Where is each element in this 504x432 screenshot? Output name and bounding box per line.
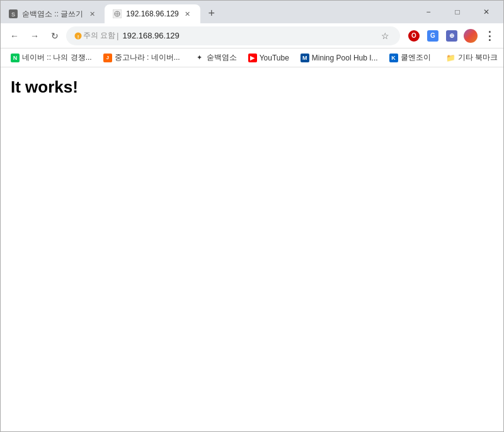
star-button[interactable]: ☆ xyxy=(378,29,392,43)
bookmark-folder-icon: 📁 xyxy=(446,54,455,62)
bookmark-folder-other[interactable]: 📁 기타 북마크 xyxy=(441,50,503,65)
bookmark-label-naver: 네이버 :: 나의 경쟁... xyxy=(22,52,92,63)
bookmark-favicon-mining: M xyxy=(301,54,309,62)
bookmark-youtube[interactable]: ▶ YouTube xyxy=(243,50,294,65)
restore-button[interactable]: □ xyxy=(443,1,472,23)
bookmark-label-mining: Mining Pool Hub I... xyxy=(312,54,378,62)
minimize-button[interactable]: − xyxy=(414,1,443,23)
tab-ip[interactable]: 192.168.96.129 ✕ xyxy=(105,4,200,23)
tab-favicon-ip xyxy=(112,9,122,19)
bookmark-naver[interactable]: N 네이버 :: 나의 경쟁... xyxy=(6,50,97,65)
title-bar: S 숟백염소 :: 글쓰기 ✕ 192.168.96.129 ✕ xyxy=(1,1,503,23)
bookmark-label-sobaeksan: 숟백염소 xyxy=(207,52,237,63)
extension-g-icon[interactable]: G xyxy=(424,27,442,45)
tab-sobaeksan[interactable]: S 숟백염소 :: 글쓰기 ✕ xyxy=(1,4,105,23)
bookmark-mining[interactable]: M Mining Pool Hub I... xyxy=(295,50,383,65)
address-bar[interactable]: ! 주의 요함 | 192.168.96.129 ☆ xyxy=(66,26,400,45)
reload-button[interactable]: ↻ xyxy=(46,27,64,45)
opera-icon[interactable]: O xyxy=(405,27,423,45)
bookmark-coolenjoi[interactable]: K 쿨엔조이 xyxy=(384,50,436,65)
back-button[interactable]: ← xyxy=(6,27,23,45)
profile-avatar[interactable] xyxy=(462,27,479,45)
bookmark-label-joonggonara: 중고나라 : 네이버... xyxy=(115,52,180,63)
browser-window: S 숟백염소 :: 글쓰기 ✕ 192.168.96.129 ✕ xyxy=(0,0,504,432)
nav-right-icons: O G ⊕ ⋮ xyxy=(405,27,498,45)
tabs-area: S 숟백염소 :: 글쓰기 ✕ 192.168.96.129 ✕ xyxy=(1,1,414,23)
page-content: It works! xyxy=(1,67,503,431)
nav-bar: ← → ↻ ! 주의 요함 | 192.168.96.129 ☆ xyxy=(1,23,503,48)
bookmark-favicon-youtube: ▶ xyxy=(248,54,257,62)
window-controls: − □ ✕ xyxy=(414,1,503,23)
tab-title-sobaeksan: 숟백염소 :: 글쓰기 xyxy=(22,9,83,20)
security-indicator[interactable]: ! 주의 요함 | xyxy=(74,30,118,41)
bookmark-sobaeksan[interactable]: ✦ 숟백염소 xyxy=(190,50,242,65)
bookmark-label-youtube: YouTube xyxy=(260,54,289,62)
tab-close-ip[interactable]: ✕ xyxy=(183,9,193,19)
address-label: 주의 요함 xyxy=(83,30,115,41)
address-text[interactable]: 192.168.96.129 xyxy=(122,31,374,40)
new-tab-button[interactable]: + xyxy=(203,4,220,22)
bookmarks-bar: N 네이버 :: 나의 경쟁... J 중고나라 : 네이버... ✦ 숟백염소… xyxy=(1,48,503,67)
extension-2-icon[interactable]: ⊕ xyxy=(443,27,461,45)
warning-icon: ! xyxy=(74,32,82,40)
close-button[interactable]: ✕ xyxy=(472,1,501,23)
tab-close-sobaeksan[interactable]: ✕ xyxy=(87,9,97,19)
bookmark-favicon-sobaeksan: ✦ xyxy=(195,54,204,62)
menu-button[interactable]: ⋮ xyxy=(481,27,498,45)
svg-text:!: ! xyxy=(77,33,79,39)
page-main-text: It works! xyxy=(11,77,493,97)
address-right-icons: ☆ xyxy=(378,29,392,43)
bookmark-favicon-coolenjoi: K xyxy=(389,54,398,62)
address-separator: | xyxy=(117,31,118,40)
tab-title-ip: 192.168.96.129 xyxy=(126,9,178,18)
bookmark-favicon-naver: N xyxy=(11,54,20,62)
forward-button[interactable]: → xyxy=(26,27,43,45)
bookmark-favicon-joonggonara: J xyxy=(103,54,112,62)
bookmark-joonggonara[interactable]: J 중고나라 : 네이버... xyxy=(98,50,185,65)
bookmark-folder-label: 기타 북마크 xyxy=(458,52,498,63)
bookmark-label-coolenjoi: 쿨엔조이 xyxy=(401,52,431,63)
tab-favicon-sobaeksan: S xyxy=(8,9,18,19)
svg-text:S: S xyxy=(11,11,15,18)
